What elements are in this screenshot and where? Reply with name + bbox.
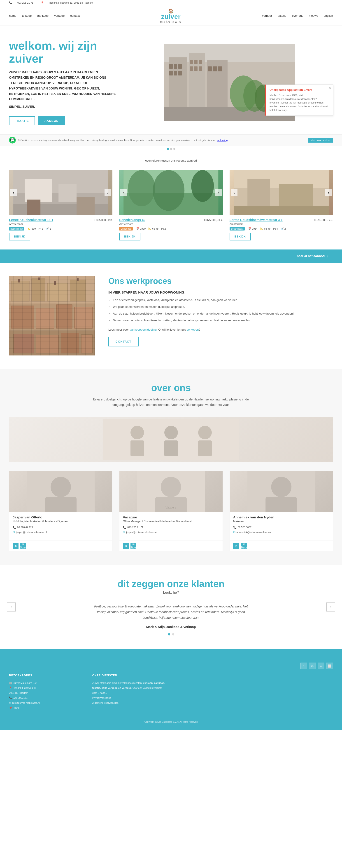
svg-rect-43 [9,276,95,304]
svg-rect-13 [190,66,193,71]
property-1-next[interactable]: › [105,189,111,196]
property-3-next[interactable]: › [325,189,332,196]
phone-icon-1: 📞 [13,525,16,530]
team-grid: Jasper van Otterlo NVM Register Makelaar… [9,471,333,551]
nav-english[interactable]: english [324,14,333,18]
svg-rect-74 [155,497,187,512]
aanbod-button[interactable]: AANBOD [38,116,65,125]
team-email-btn-3[interactable]: ✉ Stuur [241,543,247,549]
svg-rect-42 [9,276,95,355]
svg-rect-78 [266,497,297,512]
nav-aankoop[interactable]: aankoop [37,14,48,18]
property-3-prev[interactable]: ‹ [231,189,237,196]
logo[interactable]: 🏠 zuiver makelaars [160,8,182,23]
carousel-dot-1[interactable] [167,148,169,150]
nav-verkoop[interactable]: verkoop [54,14,65,18]
team-contact-1: 📞 06 520 44 121 ✉ jasper@zuiver-makelaar… [13,525,109,535]
footer-privacy-link[interactable]: Privacyverklaring [92,695,167,700]
svg-rect-18 [213,66,217,71]
werkproces-city-image [9,276,95,355]
address: Hendrik Figeeweg 31, 2031 BJ Haarlem [49,1,93,4]
svg-rect-49 [70,280,86,301]
team-linkedin-1[interactable]: in [13,543,19,549]
over-ons-image [103,419,239,460]
property-1-prev[interactable]: ‹ [10,189,17,196]
jasper-photo [9,471,112,512]
testimonial-next-button[interactable]: › [326,602,335,612]
property-2-prev[interactable]: ‹ [120,189,127,196]
team-email-3: ✉ annemiek@zuiver-makelaars.nl [233,530,329,535]
footer-facebook-button[interactable]: f [301,662,307,669]
whatsapp-button[interactable]: 💬 [9,137,16,144]
carousel-dot-3[interactable] [173,148,175,150]
footer-route-link[interactable]: 📌 Route [9,705,83,710]
svg-point-36 [191,170,214,202]
svg-rect-19 [218,66,222,71]
property-card-2: ‹ › Benedenlangs 49 € 375.000,- k.k. [119,170,223,241]
nav-over-ons[interactable]: over ons [292,14,303,18]
svg-rect-51 [36,308,54,328]
aanbod-banner[interactable]: naar al het aanbod › [0,249,342,263]
property-image-1: ‹ › [9,170,112,215]
nav-home[interactable]: home [9,14,16,18]
svg-point-67 [198,426,212,439]
property-card-1: ‹ › Eerste Keucheniusstraat 18-1 € 395.0… [9,170,112,241]
cookie-accept-button[interactable]: sluit en accepteer [308,137,333,143]
svg-point-63 [131,426,144,439]
nav-nieuws[interactable]: nieuws [309,14,318,18]
property-title-3[interactable]: Eerste Goudsbloemdwarsstraat 3-1 [230,218,283,222]
error-close-button[interactable]: × [329,86,331,90]
property-price-1: € 395.000,- k.k. [94,219,113,222]
testimonial-dot-2[interactable] [172,633,174,636]
svg-rect-3 [169,64,173,69]
cookie-link[interactable]: verklaring [217,139,228,142]
svg-point-73 [161,477,181,497]
property-card-3: ‹ › Eerste Goudsbloemdwarsstraat 3-1 € 5… [230,170,333,241]
testimonial-prev-button[interactable]: ‹ [7,602,16,612]
property-3-interior [230,170,333,215]
property-status-2: Onder bod [119,227,133,230]
footer-google-button[interactable]: ○ [318,662,324,669]
nav-verhuur[interactable]: verhuur [262,14,272,18]
carousel-dot-2[interactable] [170,148,172,150]
team-info-1: Jasper van Otterlo NVM Register Makelaar… [9,512,112,538]
footer: f in ○ ⬜ BEZOEKADRES 🏢 Zuiver Makelaars … [0,649,342,730]
property-bekijk-3[interactable]: BEKIJK [230,233,251,241]
property-title-row-1: Eerste Keucheniusstraat 18-1 € 395.000,-… [9,218,112,222]
taxatie-button[interactable]: TAXATIE [9,116,35,125]
testimonial-dot-1[interactable] [168,633,170,636]
phone-icon-2: 📞 [123,525,126,530]
team-linkedin-2[interactable]: in [123,543,129,549]
svg-rect-29 [27,199,40,215]
footer-linkedin-button[interactable]: in [309,662,316,669]
property-status-3: Beschikbaar [230,227,246,230]
team-email-btn-1[interactable]: ✉ Stuur [20,543,26,549]
svg-rect-45 [9,331,95,355]
footer-voorwaarden-link[interactable]: Algemene voorwaarden [92,700,167,705]
testimonial-author: Marit & Stijn, aankoop & verkoop [92,625,250,629]
team-linkedin-3[interactable]: in [233,543,239,549]
team-email-btn-2[interactable]: ✉ Stuur [131,543,136,549]
aankoopbemiddeling-link[interactable]: aankoopbemiddeling [130,328,157,331]
property-price-3: € 595.000,- k.k. [314,219,333,222]
property-bekijk-2[interactable]: BEKIJK [119,233,140,241]
property-bekijk-1[interactable]: BEKIJK [9,233,30,241]
property-year-3: 📅 1934 [248,227,258,230]
werkproces-image [9,276,95,355]
error-popup: × Unexpected Application Error! Minified… [265,85,333,116]
verkopen-link[interactable]: verkopen [187,328,199,331]
property-1-interior [9,170,112,215]
nav-contact[interactable]: contact [70,14,80,18]
nav-te-koop[interactable]: te koop [22,14,32,18]
property-title-1[interactable]: Eerste Keucheniusstraat 18-1 [9,218,53,222]
property-title-2[interactable]: Benedenlangs 49 [119,218,145,222]
svg-rect-46 [11,281,29,301]
footer-diensten-title: ONZE DIENSTEN [92,674,167,677]
contact-button[interactable]: CONTACT [108,337,139,346]
svg-rect-64 [131,440,144,456]
footer-instagram-button[interactable]: ⬜ [326,662,333,669]
property-2-next[interactable]: › [215,189,222,196]
svg-rect-6 [169,71,173,75]
footer-email[interactable]: ✉ info@zuiver-makelaars.nl [9,700,83,705]
nav-taxatie[interactable]: taxatie [278,14,286,18]
